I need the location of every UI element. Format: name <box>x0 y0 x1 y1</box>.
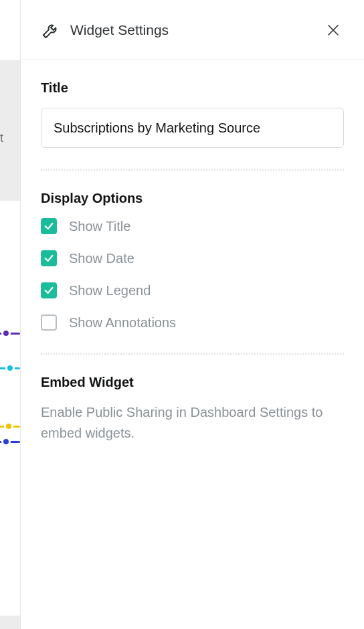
checkbox-icon <box>41 218 57 234</box>
bg-chart-dot <box>1 437 11 446</box>
panel-body: Title Display Options Show TitleShow Dat… <box>21 60 364 444</box>
checkbox-icon <box>41 314 57 331</box>
divider <box>41 353 344 355</box>
background-panel: rint <box>0 0 20 629</box>
option-label: Show Date <box>69 251 134 266</box>
close-icon <box>325 22 341 38</box>
panel-title-wrap: Widget Settings <box>41 20 169 40</box>
checkbox-icon <box>41 282 57 298</box>
bg-bottom-rect <box>0 616 20 629</box>
bg-chart-dot <box>5 363 15 373</box>
divider <box>41 169 344 171</box>
embed-section: Embed Widget Enable Public Sharing in Da… <box>41 375 344 444</box>
bg-chart-dot <box>4 422 13 431</box>
panel-header: Widget Settings <box>21 0 364 60</box>
bg-rect <box>0 60 20 201</box>
option-label: Show Legend <box>69 283 151 298</box>
embed-description: Enable Public Sharing in Dashboard Setti… <box>41 402 344 444</box>
bg-partial-text: rint <box>0 131 3 145</box>
panel-title: Widget Settings <box>70 22 169 38</box>
display-options-label: Display Options <box>41 191 344 206</box>
option-show-title[interactable]: Show Title <box>41 218 344 234</box>
option-label: Show Annotations <box>69 315 176 331</box>
wrench-icon <box>41 20 61 40</box>
option-show-legend[interactable]: Show Legend <box>41 282 344 298</box>
title-section: Title <box>41 80 344 148</box>
widget-title-input[interactable] <box>41 108 344 148</box>
title-label: Title <box>41 80 344 96</box>
embed-label: Embed Widget <box>41 375 344 390</box>
widget-settings-panel: Widget Settings Title Display Options Sh… <box>20 0 364 629</box>
option-label: Show Title <box>69 219 130 234</box>
bg-chart-dot <box>1 329 11 338</box>
option-show-annotations[interactable]: Show Annotations <box>41 314 344 331</box>
option-show-date[interactable]: Show Date <box>41 250 344 266</box>
checkbox-icon <box>41 250 57 266</box>
display-options-section: Display Options Show TitleShow DateShow … <box>41 191 344 331</box>
close-button[interactable] <box>323 19 344 41</box>
